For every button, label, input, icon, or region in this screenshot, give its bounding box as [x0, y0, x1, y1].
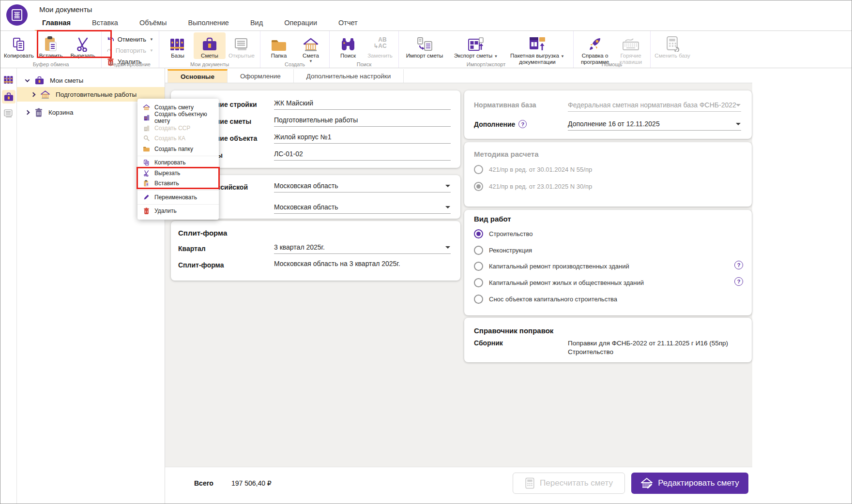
ribbon-tab-main[interactable]: Главная: [31, 16, 81, 30]
menu-item-delete[interactable]: Удалить: [137, 206, 219, 217]
export-caret[interactable]: ▼: [494, 54, 498, 59]
help-icon[interactable]: ?: [734, 261, 743, 269]
menu-separator: [137, 156, 219, 156]
undo-button[interactable]: Отменить ▼: [107, 35, 153, 44]
strip-bases-button[interactable]: [2, 73, 15, 87]
radio-unselected[interactable]: [474, 262, 483, 271]
create-estimate-button[interactable]: Смета ▼: [295, 32, 327, 63]
strip-opened-button[interactable]: [2, 107, 15, 120]
form-scroll-area: Наименование стройки ЖК Майский Наименов…: [165, 83, 752, 467]
work-type-industrial-repair[interactable]: Капитальный ремонт производственных здан…: [474, 262, 728, 271]
normative-base-select: Федеральная сметная нормативная база ФСН…: [568, 101, 741, 112]
undo-icon: [107, 36, 114, 43]
object-name-field[interactable]: Жилой корпус №1: [274, 133, 451, 144]
card-corrections: Справочник поправок Сборник Поправки для…: [464, 318, 752, 362]
bases-button[interactable]: Базы: [162, 32, 194, 59]
menu-item-copy[interactable]: Копировать: [137, 158, 219, 168]
work-type-reconstruction[interactable]: Реконструкция: [474, 246, 728, 255]
redo-dropdown-caret: ▼: [150, 48, 153, 53]
quarter-select[interactable]: 3 квартал 2025г.: [274, 243, 451, 254]
rocket-icon: [587, 34, 603, 52]
create-folder-button[interactable]: Папка: [263, 32, 295, 59]
app-logo[interactable]: [6, 4, 28, 26]
ribbon-tab-insert[interactable]: Вставка: [81, 16, 129, 30]
replace-button: AB ↳AC Заменить: [364, 32, 396, 59]
work-type-residential-repair[interactable]: Капитальный ремонт жилых и общественных …: [474, 278, 728, 287]
batch-export-caret[interactable]: ▼: [561, 54, 564, 59]
ribbon-tab-volumes[interactable]: Объёмы: [129, 16, 178, 30]
cut-button[interactable]: Вырезать: [67, 32, 99, 59]
calculator-refresh-icon: [666, 34, 680, 52]
batch-export-button[interactable]: Пакетная выгрузка ▼документации: [504, 32, 571, 65]
copy-button[interactable]: Копировать: [3, 32, 35, 59]
paste-button[interactable]: Вставить: [35, 32, 67, 59]
radio-unselected[interactable]: [474, 246, 483, 255]
ribbon-group-create: Папка Смета ▼ Создать: [260, 31, 330, 68]
tab-general[interactable]: Основные: [167, 69, 228, 83]
titlebar: Мои документы Главная Вставка Объёмы Вып…: [0, 0, 852, 30]
search-button[interactable]: Поиск: [332, 32, 364, 59]
about-button[interactable]: Справка о программе: [576, 32, 614, 65]
undo-dropdown-caret[interactable]: ▼: [150, 37, 153, 42]
pencil-icon: [143, 193, 150, 201]
strip-estimates-button[interactable]: [2, 90, 15, 104]
edit-estimate-button[interactable]: Редактировать смету: [631, 473, 748, 494]
estimate-code-field[interactable]: ЛС-01-02: [274, 150, 451, 161]
region-select[interactable]: Московская область: [274, 182, 451, 193]
menu-item-create-object-estimate[interactable]: Создать объектную смету: [137, 113, 219, 123]
chevron-down-icon[interactable]: [25, 77, 30, 82]
menu-item-rename[interactable]: Переименовать: [137, 192, 219, 203]
tree-item-my-estimates[interactable]: Мои сметы: [17, 73, 165, 88]
chevron-right-icon[interactable]: [25, 110, 30, 115]
tab-advanced-settings[interactable]: Дополнительные настройки: [294, 69, 404, 83]
ribbon-tab-execution[interactable]: Выполнение: [178, 16, 240, 30]
work-type-title: Вид работ: [474, 215, 511, 223]
tree-item-label: Корзина: [48, 109, 73, 116]
export-estimate-button[interactable]: Экспорт сметы ▼: [448, 32, 504, 59]
main-content: Основные Оформление Дополнительные настр…: [165, 68, 752, 504]
change-base-button: Сменить базу: [653, 32, 692, 59]
ribbon-tab-report[interactable]: Отчет: [328, 16, 368, 30]
building-gray-icon: [143, 124, 150, 132]
method-option-2: 421/пр в ред. от 23.01.2025 N 30/пр: [474, 182, 728, 191]
footer-bar: Всего 197 506,40 ₽ Пересчитать смету Ред…: [165, 467, 752, 504]
ribbon-tab-view[interactable]: Вид: [240, 16, 274, 30]
group-label-docs: Мои документы: [159, 61, 260, 67]
estimate-name-field[interactable]: Подготовительные работы: [274, 116, 451, 127]
recalculate-button: Пересчитать смету: [513, 473, 625, 494]
work-type-demolition[interactable]: Снос объектов капитального строительства: [474, 295, 728, 304]
export-icon: [468, 34, 484, 52]
replace-icon: AB ↳AC: [373, 34, 386, 52]
briefcase-icon: [34, 76, 45, 85]
folder-icon: [143, 145, 150, 152]
keyboard-icon: [622, 34, 639, 52]
estimates-button[interactable]: Сметы: [194, 32, 226, 59]
help-icon[interactable]: ?: [518, 120, 527, 128]
addition-select[interactable]: Дополнение 16 от 12.11.2025: [568, 120, 741, 131]
ribbon-toolbar: Копировать Вставить Вырезать Буфер обмен…: [0, 30, 852, 68]
radio-unselected[interactable]: [474, 278, 483, 287]
addition-label: Дополнение ?: [474, 120, 527, 128]
menu-item-create-folder[interactable]: Создать папку: [137, 144, 219, 154]
split-form-label: Сплит-форма: [178, 261, 270, 269]
ribbon-tab-operations[interactable]: Операции: [274, 16, 328, 30]
total-value: 197 506,40 ₽: [231, 479, 272, 487]
radio-selected[interactable]: [474, 229, 483, 238]
work-type-construction[interactable]: Строительство: [474, 229, 728, 238]
tree-item-label: Мои сметы: [50, 77, 83, 84]
menu-item-create-ka: Создать КА: [137, 133, 219, 144]
import-estimate-button[interactable]: Импорт сметы: [401, 32, 448, 59]
radio-unselected[interactable]: [474, 295, 483, 304]
group-label-import-export: Импорт/экспорт: [399, 61, 573, 67]
help-icon[interactable]: ?: [734, 277, 743, 286]
construction-name-field[interactable]: ЖК Майский: [274, 99, 451, 110]
menu-item-cut[interactable]: Вырезать: [137, 168, 219, 178]
menu-item-paste[interactable]: Вставить: [137, 178, 219, 189]
region-zone-select[interactable]: Московская область: [274, 203, 451, 214]
magnifier-icon: [143, 135, 150, 142]
redo-button[interactable]: Повторить ▼: [107, 46, 153, 55]
chevron-right-icon[interactable]: [31, 92, 36, 97]
tab-appearance[interactable]: Оформление: [228, 69, 294, 83]
opened-button: Открытые: [226, 32, 258, 59]
app-window: { "colors": { "accent":"#5b2da5", "orang…: [0, 0, 852, 504]
